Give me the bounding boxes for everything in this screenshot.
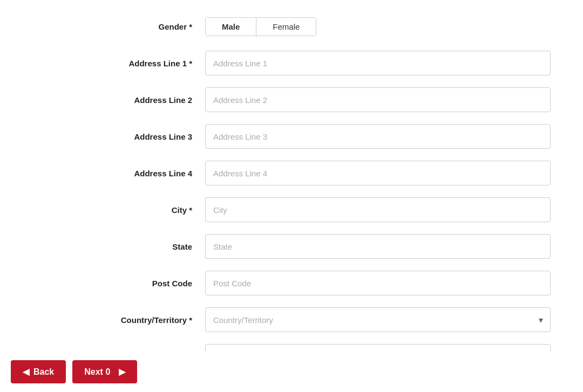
city-row: City * [32, 194, 551, 225]
address-line-3-row: Address Line 3 [32, 121, 551, 152]
address-line-1-field [205, 51, 551, 75]
address-line-4-field [205, 161, 551, 185]
next-icon: ▶ [119, 367, 125, 377]
form-container: Gender * Male Female Address Line 1 * Ad… [0, 0, 583, 392]
address-line-2-input[interactable] [205, 87, 551, 112]
back-label: Back [33, 367, 54, 377]
post-code-field [205, 271, 551, 295]
city-field [205, 197, 551, 222]
gender-label: Gender * [32, 22, 205, 31]
address-line-4-label: Address Line 4 [32, 169, 205, 178]
address-line-1-input[interactable] [205, 51, 551, 75]
address-line-2-row: Address Line 2 [32, 84, 551, 115]
country-territory-label: Country/Territory * [32, 315, 205, 325]
city-label: City * [32, 205, 205, 215]
state-input[interactable] [205, 234, 551, 259]
gender-toggle: Male Female [205, 17, 316, 36]
country-territory-select[interactable]: Country/Territory [205, 307, 551, 332]
back-button[interactable]: ◀ Back [11, 360, 66, 383]
state-row: State [32, 231, 551, 262]
country-territory-field: Country/Territory [205, 307, 551, 332]
address-line-1-row: Address Line 1 * [32, 47, 551, 79]
post-code-label: Post Code [32, 279, 205, 288]
city-input[interactable] [205, 197, 551, 222]
back-icon: ◀ [23, 367, 29, 377]
gender-male-button[interactable]: Male [206, 18, 256, 36]
gender-field: Male Female [205, 17, 551, 36]
address-line-3-label: Address Line 3 [32, 132, 205, 141]
bottom-nav: ◀ Back Next 0 ▶ [0, 352, 583, 392]
gender-row: Gender * Male Female [32, 11, 551, 42]
address-line-3-field [205, 124, 551, 149]
address-line-2-field [205, 87, 551, 112]
next-label: Next 0 [84, 367, 110, 377]
state-field [205, 234, 551, 259]
state-label: State [32, 242, 205, 251]
address-line-2-label: Address Line 2 [32, 95, 205, 105]
next-button[interactable]: Next 0 ▶ [72, 360, 137, 383]
post-code-input[interactable] [205, 271, 551, 295]
address-line-1-label: Address Line 1 * [32, 59, 205, 68]
country-territory-select-wrapper: Country/Territory [205, 307, 551, 332]
address-line-3-input[interactable] [205, 124, 551, 149]
country-territory-row: Country/Territory * Country/Territory [32, 304, 551, 335]
gender-female-button[interactable]: Female [256, 18, 316, 36]
address-line-4-row: Address Line 4 [32, 157, 551, 189]
post-code-row: Post Code [32, 267, 551, 299]
address-line-4-input[interactable] [205, 161, 551, 185]
